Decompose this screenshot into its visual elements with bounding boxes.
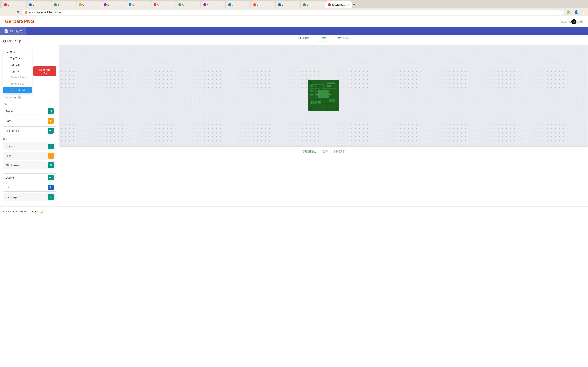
view-controls: ORIGINAL B/W INVERT [59,150,588,153]
bottom-traces-row: Traces 👁 [3,142,56,150]
main-content: Quick Setup ✓ Custom Top Trace [0,35,588,206]
top-tab-button[interactable]: TOP [318,35,329,42]
view-tabs: LAYERS TOP BOTTOM [59,35,588,42]
tab-favicon-1 [4,3,7,6]
top-pads-row: Pads 👁 [3,117,56,125]
svg-rect-21 [310,86,313,87]
browser-tab-2[interactable]: G [26,1,51,8]
app-header: Gerber2PNG ⬤ ✦ [0,16,588,27]
svg-point-31 [336,108,337,109]
layers-tab-button[interactable]: LAYERS [296,35,311,42]
browser-tab-3[interactable]: S [52,1,76,8]
all-layers-tab[interactable]: 📄 All Layers [0,27,26,35]
profile-button[interactable]: 👤 [573,9,579,15]
tab-label: All Layers [10,29,22,33]
app-logo: Gerber2PNG [5,18,34,24]
tool-width-row: Tool Width ℹ [3,95,56,100]
svg-rect-18 [327,83,331,84]
tab-favicon-12 [278,3,281,6]
tool-width-info-icon[interactable]: ℹ [17,95,21,100]
extensions-button[interactable]: 🧩 [566,9,572,15]
browser-tab-5[interactable]: G [101,1,126,8]
outline-eye-button[interactable]: 👁 [48,175,54,180]
tab-favicon-active [328,3,331,6]
browser-tab-active[interactable]: gerber2png.f... ✕ [325,1,352,8]
browser-tab-4[interactable]: G [76,1,101,8]
new-tab-button[interactable]: + [352,3,357,7]
checkmark-icon: ✓ [7,51,9,54]
dropdown-item-custom[interactable]: ✓ Custom [3,49,32,55]
bottom-pads-eye-button[interactable]: 👁 [48,153,54,159]
drill-eye-button[interactable]: 👁 [48,184,54,190]
browser-tab-7[interactable]: G [151,1,176,8]
tab-favicon-6 [129,3,131,6]
top-silkscreen-row: Silk Screen 👁 [3,126,56,135]
pcb-svg: 3 [307,78,340,112]
dropdown-item-bottom-trace[interactable]: Bottom Trace [3,74,32,81]
svg-point-28 [310,81,312,83]
outerlayer-row: OuterLayer 👁 [3,193,56,201]
outerlayer-eye-button[interactable]: 👁 [48,194,54,200]
bottom-section-label: Bottom [3,138,56,141]
tab-favicon-11 [253,3,256,6]
browser-tab-1[interactable]: G [2,1,26,8]
lock-icon: 🔒 [24,11,27,14]
invert-view-button[interactable]: INVERT [334,150,345,153]
generate-png-button[interactable]: Generate PNG [34,67,56,76]
svg-rect-20 [331,83,336,84]
browser-tab-13[interactable]: G [301,1,325,8]
sidebar: Quick Setup ✓ Custom Top Trace [0,35,59,206]
dropdown-item-generate-all[interactable]: Generate All [3,87,32,93]
browser-tab-10[interactable]: G [226,1,250,8]
svg-rect-9 [319,90,329,98]
tab-favicon-8 [178,3,181,6]
dropdown-item-top-trace[interactable]: Top Trace [3,55,32,62]
bottom-pads-row: Pads 👁 [3,152,56,160]
svg-rect-23 [310,94,313,95]
logo-gerber: Gerber [5,18,21,24]
tab-favicon-13 [303,3,306,6]
forward-button[interactable]: → [9,9,14,15]
browser-tab-12[interactable]: G [276,1,300,8]
bottom-pads-label: Pads [5,154,11,157]
logo-2: 2 [21,18,24,24]
quick-setup-title: Quick Setup [3,39,56,43]
address-bar[interactable]: 🔒 gerber2png.fablabkerala.in ☆ [21,9,564,15]
browser-tab-6[interactable]: G [126,1,151,8]
browser-tab-11[interactable]: G [251,1,275,8]
canvas-board: 3 [59,45,588,147]
tab-overflow-button[interactable]: ⌄ [357,3,362,7]
top-traces-label: Traces [6,110,13,113]
reload-button[interactable]: ↻ [16,9,20,15]
top-pads-eye-button[interactable]: 👁 [48,118,54,124]
back-button[interactable]: ← [2,9,7,15]
bottom-tab-button[interactable]: BOTTOM [335,35,352,42]
tab-favicon-9 [203,3,206,6]
canvas-bg-selector[interactable]: Black 🌙 [30,209,46,215]
canvas-section: LAYERS TOP BOTTOM [59,35,588,206]
star-icon[interactable]: ☆ [559,11,562,14]
quick-setup-dropdown[interactable]: ✓ Custom Top Trace Top Drill [3,49,32,93]
browser-tab-9[interactable]: Y [201,1,225,8]
top-silkscreen-eye-button[interactable]: 👁 [48,128,54,133]
outline-label: Outline [6,176,14,179]
bw-view-button[interactable]: B/W [323,150,328,153]
dropdown-item-top-cut[interactable]: Top Cut [3,68,32,74]
menu-button[interactable]: ⋮ [581,9,586,15]
app-tab-bar: 📄 All Layers [0,27,588,35]
drill-row: Drill 👁 [3,183,56,192]
tab-close-btn[interactable]: ✕ [347,3,349,6]
bottom-traces-eye-button[interactable]: 👁 [48,143,54,149]
dropdown-item-bottom-cut[interactable]: Bottom Cut [3,81,32,87]
tab-favicon-10 [228,3,231,6]
svg-point-29 [336,81,337,83]
top-traces-row: Traces 👁 [3,107,56,115]
top-traces-eye-button[interactable]: 👁 [48,108,54,114]
canvas-background-bar: Canvas Background Black 🌙 [0,206,588,217]
dropdown-item-top-drill[interactable]: Top Drill [3,62,32,68]
browser-tab-8[interactable]: G [176,1,200,8]
top-pads-label: Pads [6,119,12,123]
original-view-button[interactable]: ORIGINAL [303,150,316,153]
bottom-silkscreen-eye-button[interactable]: 👁 [48,162,54,168]
super-fablab-label: Super Fablab Kerala [561,20,583,23]
